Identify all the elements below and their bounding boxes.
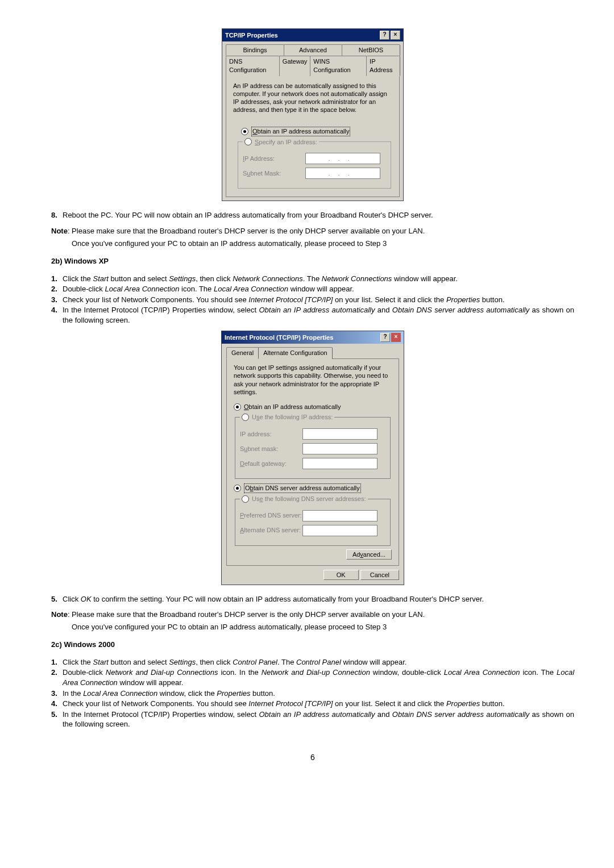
list-number: 4. <box>51 305 63 325</box>
cancel-button[interactable]: Cancel <box>360 570 399 580</box>
specify-ip-group: Specify an IP address: IP Address: ... S… <box>238 138 391 189</box>
subnet-mask-label: Subnet Mask: <box>243 169 305 178</box>
subnet-mask-input[interactable]: ... <box>305 168 380 179</box>
list-number: 5. <box>51 710 63 729</box>
use-dns-group: Use the following DNS server addresses: … <box>235 495 391 546</box>
note-text: : Please make sure that the Broadband ro… <box>68 227 425 235</box>
list-number: 1. <box>51 657 63 667</box>
preferred-dns-label: Preferred DNS server: <box>240 511 302 520</box>
section-2c-heading: 2c) Windows 2000 <box>51 640 574 650</box>
section-2b-list: 1.Click the Start button and select Sett… <box>51 274 574 326</box>
dialog-title: TCP/IP Properties <box>225 31 379 40</box>
ok-button[interactable]: OK <box>323 570 359 580</box>
radio-obtain-auto-label: Obtain an IP address automatically <box>251 127 350 136</box>
subnet-mask-input[interactable] <box>302 443 377 454</box>
radio-use-following-ip-label: Use the following IP address: <box>252 413 333 422</box>
step-5: 5.Click OK to confirm the setting. Your … <box>51 594 574 604</box>
step-8: 8. Reboot the PC. Your PC will now obtai… <box>51 210 574 220</box>
ip-address-label: IP address: <box>240 430 302 439</box>
list-number: 4. <box>51 699 63 709</box>
tcpip-properties-dialog: TCP/IP Properties ? × Bindings Advanced … <box>222 28 404 201</box>
radio-obtain-dns-auto-label: Obtain DNS server address automatically <box>244 483 361 493</box>
tab-alternate-config[interactable]: Alternate Configuration <box>258 347 333 359</box>
section-2b-heading: 2b) Windows XP <box>51 256 574 266</box>
list-body: Click OK to confirm the setting. Your PC… <box>63 594 574 604</box>
radio-use-following-dns[interactable]: Use the following DNS server addresses: <box>242 495 366 503</box>
tab-general[interactable]: General <box>226 347 259 359</box>
note-1-line2: Once you've configured your PC to obtain… <box>72 239 574 249</box>
dialog-title: Internet Protocol (TCP/IP) Properties <box>225 333 379 342</box>
tab-content: An IP address can be automatically assig… <box>226 76 400 198</box>
tab-row-2: DNS Configuration Gateway WINS Configura… <box>222 56 403 76</box>
list-body: Double-click Local Area Connection icon.… <box>63 284 574 294</box>
radio-obtain-ip-auto-label: Obtain an IP address automatically <box>244 403 341 411</box>
note-text: : Please make sure that the Broadband ro… <box>68 610 425 619</box>
list-body: Click the Start button and select Settin… <box>63 274 574 284</box>
radio-icon <box>242 414 249 421</box>
list-body: Click the Start button and select Settin… <box>63 657 574 667</box>
tab-dns-config[interactable]: DNS Configuration <box>226 56 280 76</box>
note-1: Note: Please make sure that the Broadban… <box>51 226 574 236</box>
help-button[interactable]: ? <box>380 333 390 342</box>
ip-address-input[interactable] <box>302 428 377 440</box>
radio-obtain-ip-auto[interactable]: Obtain an IP address automatically <box>234 403 392 411</box>
titlebar: Internet Protocol (TCP/IP) Properties ? … <box>222 331 404 344</box>
use-ip-group: Use the following IP address: IP address… <box>235 413 391 479</box>
dialog-description: You can get IP settings assigned automat… <box>234 364 392 396</box>
list-number: 3. <box>51 688 63 699</box>
alternate-dns-input[interactable] <box>302 525 377 536</box>
tab-content: You can get IP settings assigned automat… <box>226 358 399 566</box>
list-number: 1. <box>51 274 63 284</box>
titlebar: TCP/IP Properties ? × <box>222 29 403 41</box>
radio-icon <box>244 138 252 145</box>
list-number: 3. <box>51 295 63 305</box>
close-button[interactable]: × <box>391 333 401 342</box>
ip-tcpip-properties-dialog: Internet Protocol (TCP/IP) Properties ? … <box>221 331 404 585</box>
radio-use-following-dns-label: Use the following DNS server addresses: <box>252 495 366 503</box>
list-body: Double-click Network and Dial-up Connect… <box>63 667 574 687</box>
radio-specify-ip-label: Specify an IP address: <box>255 138 317 147</box>
list-body: In the Internet Protocol (TCP/IP) Proper… <box>63 710 574 729</box>
radio-icon <box>242 495 249 503</box>
default-gateway-label: Default gateway: <box>240 460 302 468</box>
tab-bindings[interactable]: Bindings <box>226 44 284 56</box>
tab-row-1: Bindings Advanced NetBIOS <box>222 41 403 56</box>
radio-icon <box>241 128 248 135</box>
radio-icon <box>234 403 241 411</box>
note-2: Note: Please make sure that the Broadban… <box>51 610 574 620</box>
page-number: 6 <box>51 752 574 763</box>
list-body: Reboot the PC. Your PC will now obtain a… <box>63 210 574 220</box>
tab-advanced[interactable]: Advanced <box>284 44 342 56</box>
ip-address-label: IP Address: <box>243 155 305 163</box>
ip-address-input[interactable]: ... <box>305 153 380 164</box>
radio-specify-ip[interactable]: Specify an IP address: <box>244 138 317 147</box>
alternate-dns-label: Alternate DNS server: <box>240 526 302 535</box>
list-number: 2. <box>51 284 63 294</box>
radio-use-following-ip[interactable]: Use the following IP address: <box>242 413 333 422</box>
dialog-description: An IP address can be automatically assig… <box>233 82 392 114</box>
tab-strip: General Alternate Configuration <box>222 344 404 359</box>
section-2c-list: 1.Click the Start button and select Sett… <box>51 657 574 729</box>
default-gateway-input[interactable] <box>302 458 377 469</box>
radio-icon <box>234 485 241 492</box>
tab-ip-address[interactable]: IP Address <box>366 56 400 76</box>
list-body: In the Internet Protocol (TCP/IP) Proper… <box>63 305 574 325</box>
tab-wins-config[interactable]: WINS Configuration <box>310 56 367 76</box>
tab-netbios[interactable]: NetBIOS <box>342 44 400 56</box>
dialog-button-row: OK Cancel <box>222 568 404 585</box>
list-number: 2. <box>51 667 63 687</box>
subnet-mask-label: Subnet mask: <box>240 445 302 453</box>
radio-obtain-auto[interactable]: Obtain an IP address automatically <box>241 127 392 136</box>
note-lead: Note <box>51 610 68 619</box>
note-lead: Note <box>51 227 68 235</box>
close-button[interactable]: × <box>391 31 400 40</box>
note-2-line2: Once you've configured your PC to obtain… <box>72 622 574 632</box>
list-body: Check your list of Network Components. Y… <box>63 699 574 709</box>
tab-gateway[interactable]: Gateway <box>279 56 310 76</box>
radio-obtain-dns-auto[interactable]: Obtain DNS server address automatically <box>234 483 392 493</box>
list-number: 8. <box>51 210 63 220</box>
help-button[interactable]: ? <box>380 31 389 40</box>
list-number: 5. <box>51 594 63 604</box>
preferred-dns-input[interactable] <box>302 510 377 521</box>
advanced-button[interactable]: Advanced... <box>346 549 392 560</box>
